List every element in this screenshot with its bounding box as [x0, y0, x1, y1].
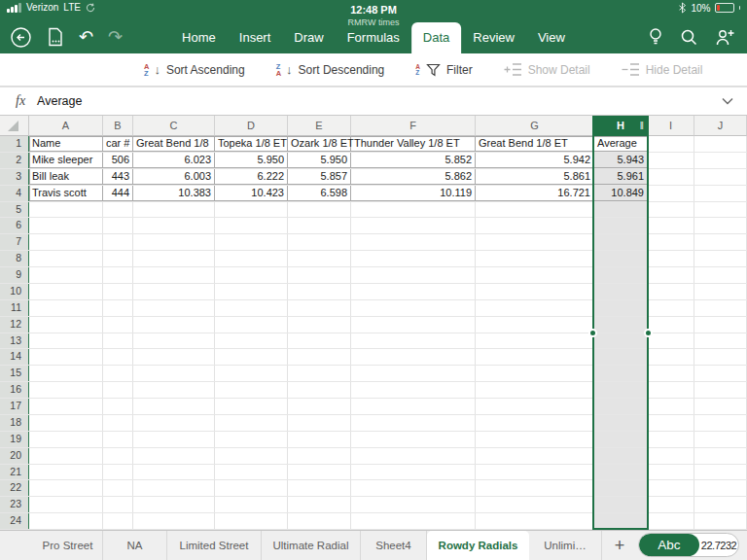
cell-C19[interactable] [133, 432, 215, 447]
keyboard-toggle-button[interactable]: Abc 22.7232 [638, 533, 739, 557]
formula-bar-expand-chevron-icon[interactable] [722, 97, 747, 105]
cell-A9[interactable] [29, 267, 103, 283]
cell-B13[interactable] [103, 333, 133, 349]
cell-C11[interactable] [133, 300, 215, 316]
cell-A2[interactable]: Mike sleeper [29, 153, 103, 168]
cell-F15[interactable] [351, 366, 476, 381]
cell-H13[interactable] [594, 333, 648, 349]
cell-H17[interactable] [594, 399, 648, 414]
ribbon-tab-home[interactable]: Home [170, 22, 228, 53]
back-button[interactable] [10, 26, 32, 49]
cell-J4[interactable] [694, 186, 747, 201]
cell-D3[interactable]: 6.222 [215, 169, 288, 185]
tell-me-lightbulb-icon[interactable] [648, 27, 663, 48]
cell-J7[interactable] [694, 234, 747, 250]
cell-G1[interactable]: Great Bend 1/8 ET [476, 136, 594, 152]
row-header-10[interactable]: 10 [0, 284, 29, 299]
cell-H22[interactable] [594, 480, 648, 496]
ribbon-tab-review[interactable]: Review [461, 22, 526, 53]
cell-H18[interactable] [594, 415, 648, 431]
cell-H4[interactable]: 10.849 [594, 186, 648, 201]
cell-J13[interactable] [694, 333, 747, 349]
formula-input[interactable]: Average [37, 94, 722, 108]
cell-D11[interactable] [215, 300, 288, 316]
column-header-I[interactable]: I [648, 116, 694, 136]
cell-I2[interactable] [648, 153, 694, 168]
cell-C13[interactable] [133, 333, 215, 349]
cell-E14[interactable] [288, 349, 351, 365]
row-header-9[interactable]: 9 [0, 267, 29, 283]
cell-H10[interactable] [594, 284, 648, 299]
row-header-3[interactable]: 3 [0, 169, 29, 185]
cell-E24[interactable] [288, 513, 351, 529]
cell-J6[interactable] [694, 218, 747, 233]
cell-G14[interactable] [476, 349, 594, 365]
cell-C4[interactable]: 10.383 [133, 186, 215, 201]
cell-C22[interactable] [133, 480, 215, 496]
ribbon-tab-draw[interactable]: Draw [282, 22, 335, 53]
ribbon-tab-view[interactable]: View [526, 22, 577, 53]
cell-A13[interactable] [29, 333, 103, 349]
cell-J23[interactable] [694, 497, 747, 512]
add-sheet-button[interactable]: + [602, 531, 637, 560]
row-header-12[interactable]: 12 [0, 317, 29, 332]
cell-J22[interactable] [694, 480, 747, 496]
cell-E17[interactable] [288, 399, 351, 414]
cell-E6[interactable] [288, 218, 351, 233]
cell-G11[interactable] [476, 300, 594, 316]
cell-C18[interactable] [133, 415, 215, 431]
cell-J17[interactable] [694, 399, 747, 414]
cell-B4[interactable]: 444 [103, 186, 133, 201]
cell-F19[interactable] [351, 432, 476, 447]
cell-F1[interactable]: Thunder Valley 1/8 ET [351, 136, 476, 152]
cell-F18[interactable] [351, 415, 476, 431]
cell-F20[interactable] [351, 448, 476, 464]
undo-button[interactable]: ↶ [79, 28, 93, 46]
cell-F16[interactable] [351, 382, 476, 398]
cell-E12[interactable] [288, 317, 351, 332]
cell-G19[interactable] [476, 432, 594, 447]
cell-A21[interactable] [29, 465, 103, 480]
cell-E5[interactable] [288, 202, 351, 218]
cell-I14[interactable] [648, 349, 694, 365]
cell-F3[interactable]: 5.862 [351, 169, 476, 185]
cell-G22[interactable] [476, 480, 594, 496]
cell-D12[interactable] [215, 317, 288, 332]
cell-C23[interactable] [133, 497, 215, 512]
cell-E3[interactable]: 5.857 [288, 169, 351, 185]
cell-C5[interactable] [133, 202, 215, 218]
cell-E18[interactable] [288, 415, 351, 431]
cell-E13[interactable] [288, 333, 351, 349]
row-header-6[interactable]: 6 [0, 218, 29, 233]
cell-H12[interactable] [594, 317, 648, 332]
cell-J14[interactable] [694, 349, 747, 365]
cell-F14[interactable] [351, 349, 476, 365]
column-header-B[interactable]: B [103, 116, 133, 136]
row-header-7[interactable]: 7 [0, 234, 29, 250]
cell-B6[interactable] [103, 218, 133, 233]
cell-F11[interactable] [351, 300, 476, 316]
cell-C6[interactable] [133, 218, 215, 233]
cell-G2[interactable]: 5.942 [476, 153, 594, 168]
cell-G16[interactable] [476, 382, 594, 398]
search-icon[interactable] [680, 28, 698, 47]
cell-F24[interactable] [351, 513, 476, 529]
row-header-23[interactable]: 23 [0, 497, 29, 512]
row-header-19[interactable]: 19 [0, 432, 29, 447]
cell-A11[interactable] [29, 300, 103, 316]
cell-F12[interactable] [351, 317, 476, 332]
cell-A15[interactable] [29, 366, 103, 381]
column-header-G[interactable]: G [476, 116, 594, 136]
cell-B5[interactable] [103, 202, 133, 218]
keyboard-abc-segment[interactable]: Abc [639, 534, 699, 556]
cell-H23[interactable] [594, 497, 648, 512]
cell-B21[interactable] [103, 465, 133, 480]
cell-C20[interactable] [133, 448, 215, 464]
cell-A5[interactable] [29, 202, 103, 218]
cell-A17[interactable] [29, 399, 103, 414]
row-header-4[interactable]: 4 [0, 186, 29, 201]
cell-A22[interactable] [29, 480, 103, 496]
cell-E11[interactable] [288, 300, 351, 316]
cell-F23[interactable] [351, 497, 476, 512]
cell-H21[interactable] [594, 465, 648, 480]
